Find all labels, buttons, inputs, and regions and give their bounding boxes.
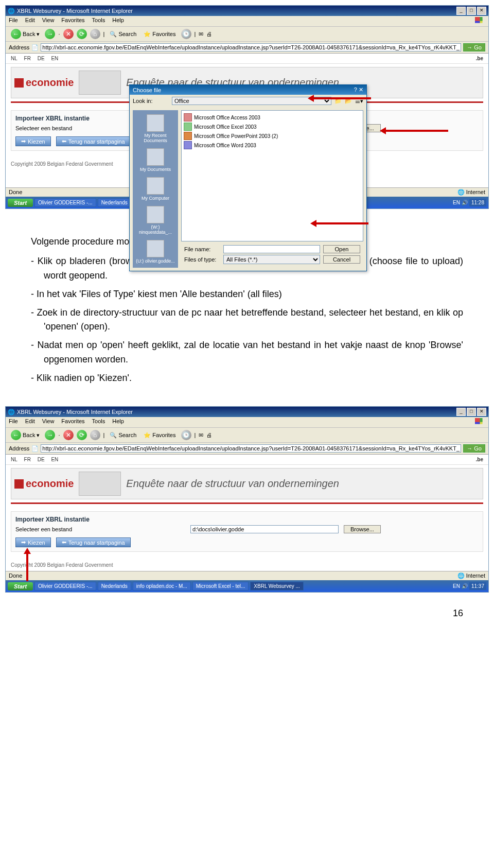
sidebar-recent[interactable]: My Recent Documents <box>135 112 176 145</box>
toolbar: ←Back ▾ → · ✕ ⟳ ⌂ | 🔍 Search ⭐ Favorites… <box>6 428 488 443</box>
print-icon[interactable]: 🖨 <box>206 31 212 37</box>
lang-fr[interactable]: FR <box>24 56 31 61</box>
favorites-button[interactable]: ⭐ Favorites <box>142 30 178 38</box>
minimize-button[interactable]: _ <box>456 408 466 416</box>
open-button[interactable]: Open <box>323 245 360 253</box>
close-button[interactable]: ✕ <box>477 7 486 15</box>
menu-tools[interactable]: Tools <box>92 17 105 25</box>
lang-de[interactable]: DE <box>38 56 45 61</box>
mail-icon[interactable]: ✉ <box>199 432 203 439</box>
refresh-button[interactable]: ⟳ <box>77 430 87 440</box>
maximize-button[interactable]: □ <box>467 7 476 15</box>
home-button[interactable]: ⌂ <box>90 430 100 440</box>
task-item-active[interactable]: XBRL Websurvey ... <box>250 582 303 591</box>
search-button[interactable]: 🔍 Search <box>108 431 138 439</box>
browse-button[interactable]: Browse... <box>344 525 381 533</box>
status-done: Done <box>9 572 22 579</box>
menu-file[interactable]: File <box>9 17 18 25</box>
print-icon[interactable]: 🖨 <box>206 432 212 438</box>
address-input[interactable] <box>41 444 461 453</box>
close-button[interactable]: ✕ <box>477 408 486 416</box>
menu-file[interactable]: File <box>9 418 18 426</box>
file-list[interactable]: Microsoft Office Access 2003 Microsoft O… <box>181 110 363 241</box>
history-button[interactable]: 🕒 <box>181 430 191 440</box>
lang-en[interactable]: EN <box>51 56 58 61</box>
form-heading: Importeer XBRL instantie <box>15 516 479 523</box>
tray-lang[interactable]: EN <box>453 200 460 205</box>
menu-view[interactable]: View <box>42 17 55 25</box>
sidebar-drive-u[interactable]: (U:) olivier.godde... <box>135 238 176 266</box>
menu-help[interactable]: Help <box>112 418 124 426</box>
kiezen-button[interactable]: ➡ Kiezen <box>15 136 51 146</box>
favorites-button[interactable]: ⭐ Favorites <box>142 431 178 439</box>
task-item[interactable]: Nederlands <box>98 582 131 591</box>
titlebar: 🌐 XBRL Websurvey - Microsoft Internet Ex… <box>6 6 488 16</box>
dialog-close-button[interactable]: ✕ <box>359 86 363 93</box>
file-row[interactable]: Microsoft Office Access 2003 <box>184 113 361 122</box>
back-startpage-button[interactable]: ⬅ Terug naar startpagina <box>56 537 131 547</box>
menu-view[interactable]: View <box>42 418 55 426</box>
menu-edit[interactable]: Edit <box>25 418 35 426</box>
task-item[interactable]: info opladen.doc - M... <box>133 582 191 591</box>
start-button[interactable]: Start <box>8 582 33 591</box>
file-row[interactable]: Microsoft Office Excel 2003 <box>184 122 361 131</box>
menu-favorites[interactable]: Favorites <box>61 418 84 426</box>
menu-tools[interactable]: Tools <box>92 418 105 426</box>
task-item[interactable]: Microsoft Excel - tel... <box>192 582 249 591</box>
filename-input[interactable] <box>223 245 320 253</box>
economie-logo: economie <box>14 478 74 490</box>
file-row[interactable]: Microsoft Office PowerPoint 2003 (2) <box>184 131 361 141</box>
back-startpage-button[interactable]: ⬅ Terug naar startpagina <box>56 136 131 146</box>
go-button[interactable]: → Go <box>463 43 485 51</box>
stop-button[interactable]: ✕ <box>63 430 74 440</box>
sidebar-mydocs[interactable]: My Documents <box>135 146 176 174</box>
lang-nl[interactable]: NL <box>11 56 17 61</box>
sidebar-mycomputer[interactable]: My Computer <box>135 175 176 203</box>
task-item[interactable]: Olivier GODDEERIS -... <box>34 582 96 591</box>
start-button[interactable]: Start <box>8 199 33 207</box>
menu-help[interactable]: Help <box>112 17 124 25</box>
file-path-input[interactable] <box>190 525 339 533</box>
sidebar-drive-w[interactable]: (W:) ninquestdata_... <box>135 204 176 237</box>
screenshot-1: 🌐 XBRL Websurvey - Microsoft Internet Ex… <box>5 5 489 209</box>
history-button[interactable]: 🕒 <box>181 29 191 39</box>
menu-favorites[interactable]: Favorites <box>61 17 84 25</box>
annotation-arrow <box>381 130 448 132</box>
task-item[interactable]: Olivier GODDEERIS -... <box>34 198 96 207</box>
tray-icon[interactable]: 🔊 <box>462 200 468 205</box>
page-icon: 📄 <box>31 44 39 51</box>
mail-icon[interactable]: ✉ <box>199 31 203 38</box>
tray-icon[interactable]: 🔊 <box>462 583 468 589</box>
search-button[interactable]: 🔍 Search <box>108 30 138 38</box>
ie-icon: 🌐 <box>8 409 15 415</box>
choose-file-dialog: Choose file ? ✕ Look in: Office 📁 📂 ☰▾ M… <box>129 84 367 271</box>
back-button[interactable]: ←Back ▾ <box>9 429 42 441</box>
maximize-button[interactable]: □ <box>467 408 476 416</box>
forward-button[interactable]: → <box>45 29 55 39</box>
banner-title: Enquête naar de structuur van ondernemin… <box>126 478 480 490</box>
go-button[interactable]: → Go <box>463 444 485 453</box>
stop-button[interactable]: ✕ <box>63 29 74 39</box>
ie-icon: 🌐 <box>8 8 15 14</box>
lang-en[interactable]: EN <box>51 457 58 462</box>
menu-edit[interactable]: Edit <box>25 17 35 25</box>
minimize-button[interactable]: _ <box>456 7 466 15</box>
lang-nl[interactable]: NL <box>11 457 17 462</box>
file-row[interactable]: Microsoft Office Word 2003 <box>184 141 361 150</box>
lang-de[interactable]: DE <box>38 457 45 462</box>
refresh-button[interactable]: ⟳ <box>77 29 87 39</box>
address-input[interactable] <box>41 43 461 51</box>
tray-lang[interactable]: EN <box>453 583 460 589</box>
tray-clock: 11:28 <box>469 199 486 206</box>
task-item[interactable]: Nederlands <box>98 198 131 207</box>
filetype-dropdown[interactable]: All Files (*.*) <box>223 255 320 264</box>
forward-button[interactable]: → <box>45 430 55 440</box>
back-button[interactable]: ←Back ▾ <box>9 28 42 40</box>
home-button[interactable]: ⌂ <box>90 29 100 39</box>
annotation-arrow <box>309 97 371 99</box>
lang-fr[interactable]: FR <box>24 457 31 462</box>
cancel-button[interactable]: Cancel <box>323 255 360 264</box>
dialog-help-button[interactable]: ? <box>354 86 357 93</box>
kiezen-button[interactable]: ➡ Kiezen <box>15 537 51 547</box>
banner-photo <box>79 472 121 496</box>
